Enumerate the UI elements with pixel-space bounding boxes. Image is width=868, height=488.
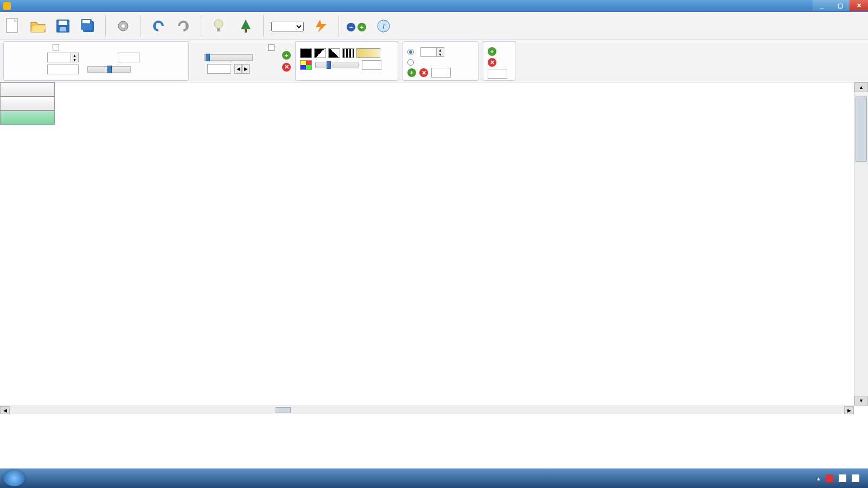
effect-color-button[interactable]	[300, 60, 312, 70]
step-time-panel: ◀▶	[193, 41, 264, 81]
svg-point-9	[122, 24, 125, 28]
svg-rect-15	[245, 29, 247, 33]
cycle-add-button[interactable]: +	[407, 68, 416, 77]
volume-icon[interactable]	[852, 474, 859, 482]
tree-icon	[240, 18, 252, 34]
flag-icon[interactable]	[826, 474, 833, 482]
step-next-button[interactable]: ▶	[242, 64, 250, 74]
save-all-button[interactable]	[78, 16, 98, 36]
add-step-button[interactable]: +	[282, 51, 291, 60]
app-icon	[3, 2, 11, 10]
steps-panel: ▲▼	[3, 41, 189, 81]
new-file-button[interactable]	[3, 16, 23, 36]
cycle-num	[431, 68, 451, 78]
effect-value[interactable]	[362, 60, 381, 70]
file-icon	[5, 17, 21, 35]
maximize-button[interactable]: ▢	[831, 0, 850, 11]
system-tray: ▴	[812, 474, 865, 482]
time-ms-checkbox[interactable]	[268, 44, 275, 51]
lightning-icon	[314, 18, 329, 34]
mark-add-button[interactable]: +	[488, 47, 496, 56]
mark-num	[488, 69, 507, 79]
effect-solid-button[interactable]	[300, 48, 312, 58]
cycle-delete-button[interactable]: ✕	[419, 68, 428, 77]
info-button[interactable]: i	[374, 16, 393, 36]
connect-group	[271, 21, 304, 31]
grid-corner	[0, 82, 55, 125]
grid-body[interactable]	[55, 125, 854, 406]
channel-headers	[0, 125, 55, 406]
step-prev-button[interactable]: ◀	[234, 64, 242, 74]
time-header	[0, 97, 55, 111]
horizontal-scrollbar[interactable]: ◀▶	[0, 406, 854, 414]
send-button[interactable]	[311, 16, 331, 36]
redo-button[interactable]	[174, 16, 193, 36]
undo-button[interactable]	[149, 16, 168, 36]
zoom-out-button[interactable]: −	[347, 23, 355, 31]
delete-step-button[interactable]: ✕	[282, 63, 291, 72]
effect-diag1-button[interactable]	[314, 48, 326, 58]
info-icon: i	[376, 19, 391, 33]
minimize-button[interactable]: _	[813, 0, 831, 11]
main-toolbar: − + i	[0, 12, 868, 40]
cycles-panel: ▲▼ +✕	[403, 41, 478, 81]
start-button[interactable]	[3, 470, 25, 486]
svg-rect-3	[59, 21, 67, 25]
windows-taskbar: ▴	[0, 468, 868, 488]
svg-rect-13	[217, 28, 220, 31]
effects-panel	[295, 41, 398, 81]
bulb-icon	[213, 18, 225, 34]
gear-icon	[116, 18, 131, 34]
folder-open-icon	[30, 19, 46, 33]
svg-rect-4	[60, 27, 66, 31]
column-headers	[55, 82, 854, 125]
network-icon[interactable]	[839, 474, 846, 482]
save-icon	[55, 18, 71, 34]
step-number-header	[0, 82, 55, 97]
effect-gradient-button[interactable]	[356, 48, 380, 58]
cycles-header	[0, 111, 55, 125]
mark-delete-button[interactable]: ✕	[488, 58, 496, 67]
repeats-radio[interactable]	[407, 49, 414, 55]
effect-diag2-button[interactable]	[328, 48, 340, 58]
step-count-input[interactable]: ▲▼	[47, 53, 79, 62]
close-button[interactable]: ✕	[850, 0, 868, 11]
total-time-value	[47, 65, 79, 74]
redo-icon	[176, 21, 191, 31]
connect-select[interactable]	[271, 22, 304, 31]
settings-button[interactable]	[113, 16, 133, 36]
svg-marker-16	[316, 20, 327, 33]
panels-row: ▲▼ ◀▶ + ✕	[0, 40, 868, 82]
speed-slider[interactable]	[87, 66, 131, 73]
svg-point-12	[214, 20, 223, 28]
effect-stripes-button[interactable]	[342, 48, 354, 58]
infinite-radio[interactable]	[407, 59, 414, 66]
timeline-grid: ▲▼ ◀▶	[0, 82, 868, 414]
tree-tool-button[interactable]	[236, 16, 256, 36]
repeats-input[interactable]: ▲▼	[420, 47, 444, 57]
lock-time-checkbox[interactable]	[53, 44, 59, 50]
save-all-icon	[80, 18, 96, 34]
bulb-tool-button[interactable]	[209, 16, 228, 36]
undo-icon	[151, 21, 166, 31]
effect-slider[interactable]	[315, 62, 359, 68]
window-titlebar: _ ▢ ✕	[0, 0, 868, 12]
svg-rect-7	[82, 20, 90, 23]
speed-input[interactable]	[118, 53, 139, 62]
zoom-in-button[interactable]: +	[358, 23, 366, 31]
step-time-input[interactable]	[207, 64, 231, 74]
scale-group: − +	[347, 21, 366, 31]
open-file-button[interactable]	[28, 16, 48, 36]
save-button[interactable]	[53, 16, 73, 36]
vertical-scrollbar[interactable]: ▲▼	[854, 82, 868, 406]
marks-panel: + ✕	[483, 41, 515, 81]
step-time-slider[interactable]	[204, 54, 253, 61]
svg-marker-14	[241, 20, 251, 29]
